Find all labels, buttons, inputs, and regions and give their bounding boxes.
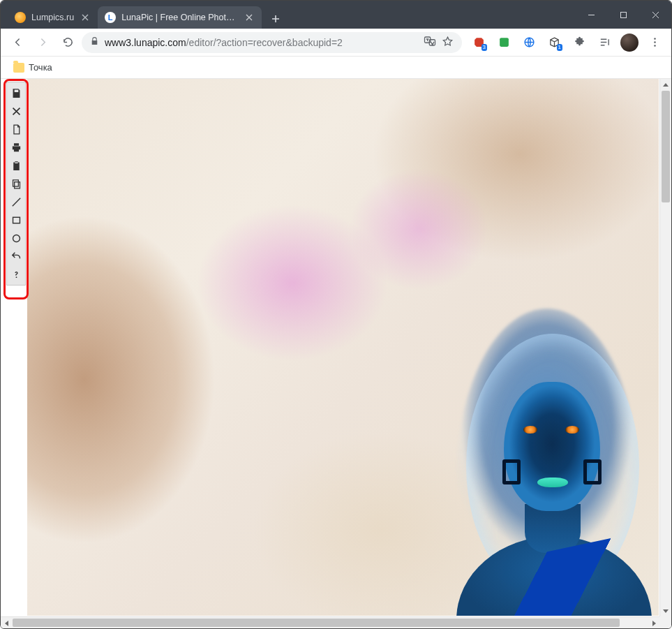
scroll-thumb[interactable]: [662, 91, 670, 202]
help-tool[interactable]: [7, 265, 25, 283]
vertical-scrollbar[interactable]: [659, 79, 671, 616]
bookmark-tochka[interactable]: Точка: [9, 59, 57, 75]
maximize-button[interactable]: [607, 1, 639, 29]
close-window-button[interactable]: [639, 1, 671, 29]
bookmark-star-icon[interactable]: [442, 36, 454, 50]
lock-icon: [90, 36, 99, 48]
svg-rect-10: [13, 217, 20, 223]
circle-tool[interactable]: [7, 229, 25, 247]
extension-icons: 3 1: [465, 31, 666, 54]
ext-music-icon[interactable]: [493, 31, 515, 54]
tab-lunapic[interactable]: L LunaPic | Free Online Photo Editor: [98, 6, 262, 29]
scroll-up-arrow-icon[interactable]: [660, 79, 671, 91]
scroll-corner: [659, 616, 671, 628]
svg-point-5: [654, 38, 656, 40]
tab-strip: Lumpics.ru L LunaPic | Free Online Photo…: [1, 1, 575, 29]
tab-title: Lumpics.ru: [31, 13, 74, 22]
portrait-subject: [428, 302, 659, 616]
chrome-menu-button[interactable]: [643, 31, 666, 54]
close-tab-button[interactable]: [244, 12, 255, 23]
scroll-track[interactable]: [660, 91, 671, 605]
tab-title: LunaPic | Free Online Photo Editor: [121, 13, 238, 22]
save-tool[interactable]: [7, 84, 25, 102]
new-tab-button[interactable]: [266, 9, 285, 29]
ext-globe-icon[interactable]: [518, 31, 540, 54]
address-bar[interactable]: www3.lunapic.com/editor/?action=recover&…: [82, 32, 462, 53]
editor-viewport[interactable]: [27, 79, 659, 616]
line-tool[interactable]: [7, 193, 25, 211]
window-controls: [575, 1, 671, 29]
omnibox-actions: [424, 35, 454, 50]
page-content: [1, 79, 671, 628]
toolbar-row: www3.lunapic.com/editor/?action=recover&…: [1, 29, 671, 57]
bookmarks-bar: Точка: [1, 57, 671, 79]
back-button[interactable]: [6, 31, 29, 54]
svg-point-11: [13, 235, 20, 242]
url-text: www3.lunapic.com/editor/?action=recover&…: [105, 37, 418, 48]
favicon-icon: [15, 12, 26, 23]
translate-icon[interactable]: [424, 35, 436, 50]
titlebar: Lumpics.ru L LunaPic | Free Online Photo…: [1, 1, 671, 29]
reading-list-icon[interactable]: [593, 31, 615, 54]
minimize-button[interactable]: [575, 1, 607, 29]
undo-tool[interactable]: [7, 247, 25, 265]
svg-rect-8: [14, 182, 20, 188]
bookmark-label: Точка: [29, 62, 52, 73]
svg-rect-3: [500, 38, 509, 47]
rect-tool[interactable]: [7, 211, 25, 229]
svg-point-6: [654, 41, 656, 43]
scroll-track[interactable]: [13, 617, 648, 628]
ext-badge: 1: [557, 44, 562, 51]
profile-avatar[interactable]: [618, 31, 641, 54]
extensions-puzzle-icon[interactable]: [568, 31, 590, 54]
ext-cube-icon[interactable]: 1: [543, 31, 565, 54]
reload-button[interactable]: [57, 31, 79, 54]
ext-badge: 3: [481, 44, 487, 51]
close-tab-button[interactable]: [80, 12, 91, 23]
scroll-left-arrow-icon[interactable]: [1, 617, 13, 628]
browser-window: Lumpics.ru L LunaPic | Free Online Photo…: [0, 0, 672, 629]
copy-tool[interactable]: [7, 175, 25, 193]
ext-adblock-icon[interactable]: 3: [468, 31, 490, 54]
new-page-tool[interactable]: [7, 120, 25, 138]
cancel-tool[interactable]: [7, 102, 25, 120]
scroll-right-arrow-icon[interactable]: [648, 617, 659, 628]
folder-icon: [13, 63, 24, 73]
scroll-thumb[interactable]: [13, 619, 620, 627]
edited-image: [27, 79, 659, 616]
tab-lumpics[interactable]: Lumpics.ru: [8, 6, 98, 29]
svg-rect-0: [620, 12, 626, 17]
editor-toolbar: [6, 82, 26, 286]
horizontal-scrollbar[interactable]: [1, 616, 659, 628]
paste-tool[interactable]: [7, 156, 25, 175]
svg-rect-9: [13, 179, 18, 186]
forward-button[interactable]: [31, 31, 54, 54]
scroll-down-arrow-icon[interactable]: [660, 605, 671, 616]
svg-point-7: [654, 45, 656, 47]
print-tool[interactable]: [7, 138, 25, 156]
favicon-icon: L: [105, 12, 116, 23]
